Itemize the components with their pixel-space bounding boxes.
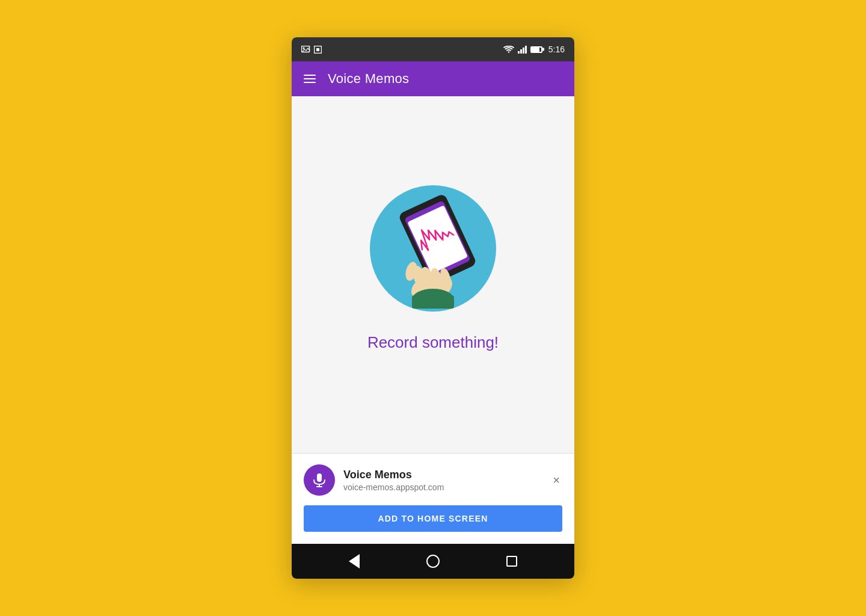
illustration-circle [370,185,496,312]
svg-rect-3 [316,48,319,51]
back-button[interactable] [349,554,360,568]
battery-icon [530,46,542,53]
close-button[interactable]: × [550,472,562,488]
record-prompt: Record something! [367,333,499,352]
app-url-label: voice-memos.appspot.com [343,482,444,492]
home-icon [426,555,440,568]
app-bar: Voice Memos [292,61,574,96]
status-icons [301,46,322,54]
microphone-icon [312,472,327,488]
phone-frame: 5:16 Voice Memos [292,37,574,579]
svg-point-1 [303,47,305,49]
status-time: 5:16 [548,45,565,54]
bottom-sheet: Voice Memos voice-memos.appspot.com × AD… [292,453,574,544]
signal-icon [518,46,527,54]
add-to-home-button[interactable]: ADD TO HOME SCREEN [304,505,562,532]
app-info-text: Voice Memos voice-memos.appspot.com [343,469,444,492]
app-title: Voice Memos [328,71,409,87]
app-info: Voice Memos voice-memos.appspot.com [304,464,444,496]
nav-bar [292,544,574,579]
notification-icon [314,46,322,54]
status-bar: 5:16 [292,37,574,61]
main-content: Record something! [292,96,574,453]
back-icon [349,554,360,568]
app-name-label: Voice Memos [343,469,444,481]
hand-phone-illustration [379,188,487,309]
bottom-sheet-header: Voice Memos voice-memos.appspot.com × [304,464,562,496]
gallery-icon [301,46,311,54]
hamburger-menu-icon[interactable] [304,75,316,83]
wifi-icon [503,46,514,54]
svg-rect-15 [412,295,454,309]
app-icon [304,464,335,496]
recent-icon [506,556,517,567]
recent-button[interactable] [506,556,517,567]
home-button[interactable] [426,555,440,568]
svg-rect-16 [317,473,322,482]
